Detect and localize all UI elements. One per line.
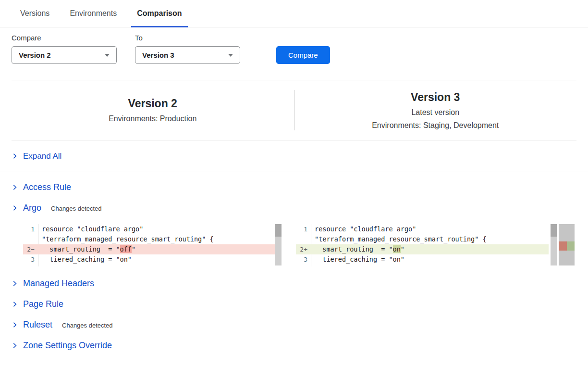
compare-version-value: Version 2	[19, 51, 51, 59]
code-line: 1resource "cloudflare_argo"	[296, 224, 549, 234]
section-argo: Argo Changes detected	[12, 198, 576, 218]
version-right-header: Version 3 Latest version Environments: S…	[294, 80, 577, 140]
section-zone-settings-override-toggle[interactable]: Zone Settings Override	[12, 341, 112, 351]
version-left-environments: Environments: Production	[109, 114, 196, 123]
argo-diff-view: 1resource "cloudflare_argo" "terraform_m…	[23, 224, 576, 266]
scrollbar-thumb[interactable]	[275, 224, 282, 237]
tab-bar: Versions Environments Comparison	[0, 0, 588, 27]
code-text-pre: smart_routing = "	[42, 245, 120, 253]
code-text: smart_routing = "off"	[38, 244, 135, 254]
section-zone-settings-override: Zone Settings Override	[12, 335, 576, 356]
diff-overview-ruler[interactable]	[559, 224, 575, 265]
section-page-rule: Page Rule	[12, 294, 576, 315]
changes-detected-badge: Changes detected	[51, 204, 102, 212]
line-number	[296, 234, 311, 244]
code-text-pre: smart_routing = "	[315, 245, 393, 253]
section-managed-headers: Managed Headers	[12, 273, 576, 294]
code-text: tiered_caching = "on"	[38, 254, 132, 265]
section-managed-headers-toggle[interactable]: Managed Headers	[12, 278, 94, 289]
code-text: }	[311, 265, 318, 266]
section-ruleset-toggle[interactable]: Ruleset	[12, 320, 52, 330]
section-page-rule-toggle[interactable]: Page Rule	[12, 299, 63, 309]
code-line-wrap: "terraform_managed_resource_smart_routin…	[23, 234, 282, 244]
expand-all-button[interactable]: Expand All	[12, 152, 61, 161]
version-comparison-header: Version 2 Environments: Production Versi…	[12, 80, 576, 140]
line-number: 1	[23, 224, 38, 234]
to-field-label: To	[135, 34, 240, 42]
code-line-added: 2+ smart_routing = "on"	[296, 244, 549, 254]
chevron-right-icon	[12, 184, 23, 190]
code-text: "terraform_managed_resource_smart_routin…	[311, 234, 487, 244]
line-number	[23, 265, 38, 266]
section-title: Zone Settings Override	[23, 341, 112, 351]
section-title: Page Rule	[23, 299, 63, 309]
diff-right-panel-area: 1resource "cloudflare_argo" "terraform_m…	[296, 224, 575, 266]
compare-field-label: Compare	[12, 34, 117, 42]
section-title: Argo	[23, 203, 41, 213]
section-argo-toggle[interactable]: Argo	[12, 203, 41, 213]
version-left-header: Version 2 Environments: Production	[12, 80, 294, 140]
chevron-right-icon	[12, 205, 23, 211]
line-number: 1	[296, 224, 311, 234]
compare-version-select[interactable]: Version 2	[12, 46, 117, 64]
code-text-post: "	[132, 245, 135, 253]
version-right-latest-label: Latest version	[411, 108, 459, 117]
tab-comparison[interactable]: Comparison	[136, 0, 183, 27]
changes-detected-badge: Changes detected	[62, 321, 113, 329]
compare-form: Compare Version 2 To Version 3 Compare	[0, 27, 588, 64]
code-text: tiered_caching = "on"	[311, 254, 404, 265]
scrollbar-thumb[interactable]	[551, 224, 557, 237]
version-right-environments: Environments: Staging, Development	[372, 121, 499, 130]
code-line: 3 tiered_caching = "on"	[296, 254, 549, 265]
section-ruleset: Ruleset Changes detected	[12, 315, 576, 335]
section-title: Ruleset	[23, 320, 52, 330]
code-text: resource "cloudflare_argo"	[38, 224, 143, 234]
section-access-rule: Access Rule	[12, 177, 576, 198]
left-panel-scrollbar[interactable]	[275, 224, 282, 265]
code-line: }	[296, 265, 549, 266]
line-number: 2+	[296, 244, 311, 254]
code-line-removed: 2− smart_routing = "off"	[23, 244, 282, 254]
code-text-post: "	[401, 245, 404, 253]
to-version-value: Version 3	[142, 51, 174, 59]
removed-word-highlight: off	[120, 245, 132, 253]
line-number: 2−	[23, 244, 38, 254]
section-title: Managed Headers	[23, 278, 94, 289]
right-panel-scrollbar[interactable]	[551, 224, 557, 265]
version-right-title: Version 3	[411, 91, 460, 104]
code-line-wrap: "terraform_managed_resource_smart_routin…	[296, 234, 549, 244]
code-text: smart_routing = "on"	[311, 244, 404, 254]
chevron-down-icon	[228, 54, 233, 57]
chevron-down-icon	[105, 54, 110, 57]
to-version-select[interactable]: Version 3	[135, 46, 240, 64]
to-field: To Version 3	[135, 34, 240, 64]
tab-environments[interactable]: Environments	[69, 0, 118, 27]
added-word-highlight: on	[393, 245, 401, 253]
section-title: Access Rule	[23, 182, 71, 192]
line-number: 3	[23, 254, 38, 265]
tab-environments-label: Environments	[70, 9, 117, 18]
line-number	[23, 234, 38, 244]
tab-versions[interactable]: Versions	[19, 0, 50, 27]
resource-section-list: Access Rule Argo Changes detected 1resou…	[0, 172, 588, 356]
line-number	[296, 265, 311, 266]
code-text: resource "cloudflare_argo"	[311, 224, 416, 234]
overview-added-mark	[567, 241, 575, 251]
code-line: }	[23, 265, 282, 266]
code-line: 1resource "cloudflare_argo"	[23, 224, 282, 234]
chevron-right-icon	[12, 301, 23, 307]
expand-all-label: Expand All	[23, 152, 61, 161]
overview-removed-mark	[559, 241, 567, 251]
diff-left-panel: 1resource "cloudflare_argo" "terraform_m…	[23, 224, 282, 266]
version-left-title: Version 2	[128, 97, 177, 110]
tab-versions-label: Versions	[20, 9, 49, 18]
section-access-rule-toggle[interactable]: Access Rule	[12, 182, 71, 192]
compare-button[interactable]: Compare	[276, 46, 330, 64]
code-line: 3 tiered_caching = "on"	[23, 254, 282, 265]
line-number: 3	[296, 254, 311, 265]
chevron-right-icon	[12, 342, 23, 349]
chevron-right-icon	[12, 280, 23, 287]
code-text: }	[38, 265, 46, 266]
code-text: "terraform_managed_resource_smart_routin…	[38, 234, 214, 244]
expand-all-row: Expand All	[0, 140, 588, 172]
